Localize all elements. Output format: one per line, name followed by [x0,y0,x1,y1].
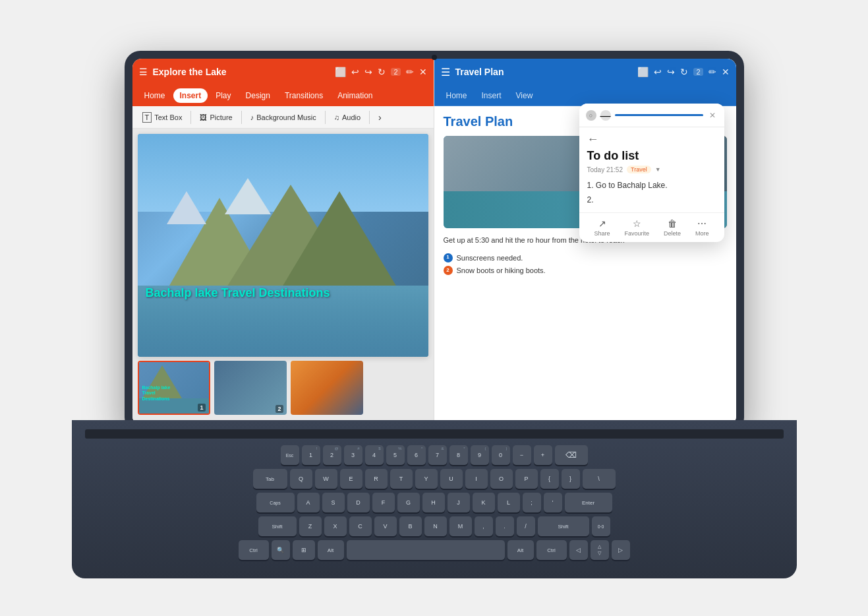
key-b[interactable]: B [399,516,422,536]
key-9[interactable]: 9( [471,445,489,465]
key-updown[interactable]: △ ▽ [591,540,609,560]
key-0[interactable]: 0) [492,445,510,465]
notes-undo-icon[interactable]: ↩ [654,67,662,77]
key-u[interactable]: U [440,469,463,489]
key-numpad[interactable]: 0·0 [592,516,610,536]
notes-menu-view[interactable]: View [509,88,540,103]
menu-design[interactable]: Design [239,88,277,103]
key-space[interactable] [347,540,505,560]
menu-insert[interactable]: Insert [173,88,208,103]
key-right[interactable]: ▷ [612,540,630,560]
todo-share[interactable]: ↗ Share [594,218,610,237]
key-2[interactable]: 2@ [323,445,341,465]
notes-pencil-icon[interactable]: ✏ [709,67,716,77]
key-shift-left[interactable]: Shift [258,516,297,536]
key-7[interactable]: 7& [428,445,447,465]
key-o[interactable]: O [490,469,513,489]
todo-close-x[interactable]: ✕ [707,110,718,121]
key-period[interactable]: . [496,516,514,536]
notes-rotate-icon[interactable]: ↻ [680,67,688,77]
notes-window-icon[interactable]: ⬜ [637,67,649,77]
key-z[interactable]: Z [299,516,322,536]
undo-icon[interactable]: ↩ [351,67,359,77]
key-n[interactable]: N [424,516,447,536]
key-x[interactable]: X [324,516,347,536]
key-minus[interactable]: − [513,445,531,465]
key-8[interactable]: 8* [449,445,468,465]
key-semicolon[interactable]: ; [523,493,541,512]
key-alt-right[interactable]: Alt [507,540,534,560]
todo-close-btn[interactable]: ○ [586,110,596,121]
notes-redo-icon[interactable]: ↪ [667,67,675,77]
todo-delete[interactable]: 🗑 Delete [664,218,681,237]
key-q[interactable]: Q [290,469,312,489]
key-c[interactable]: C [349,516,372,536]
thumbnail-3[interactable] [291,361,363,415]
rotate-icon[interactable]: ↻ [378,67,386,77]
notes-close-icon[interactable]: ✕ [722,67,730,77]
key-e[interactable]: E [340,469,362,489]
notes-hamburger-icon[interactable]: ☰ [441,66,450,78]
key-backslash[interactable]: \ [583,469,616,489]
todo-more[interactable]: ⋯ More [695,218,709,237]
main-slide[interactable]: Bachalp lake Travel Destinations [138,134,428,357]
close-icon[interactable]: ✕ [419,67,427,77]
key-tab[interactable]: Tab [253,469,287,489]
key-lbrace[interactable]: { [540,469,559,489]
key-enter[interactable]: Enter [565,493,612,512]
key-1[interactable]: 1! [302,445,320,465]
key-slash[interactable]: / [517,516,535,536]
key-backspace[interactable]: ⌫ [555,445,588,465]
bgmusic-button[interactable]: ♪ Background Music [246,111,321,123]
key-k[interactable]: K [473,493,495,512]
key-g[interactable]: G [397,493,420,512]
todo-favourite[interactable]: ☆ Favourite [624,218,649,237]
thumbnail-1[interactable]: Bachalp lakeTravelDestinations 1 [138,361,210,415]
picture-button[interactable]: 🖼 Picture [195,111,237,123]
todo-tag[interactable]: Travel [627,166,651,173]
key-v[interactable]: V [374,516,397,536]
key-quote[interactable]: ' [544,493,562,512]
todo-back-arrow[interactable]: ← [587,133,716,146]
key-alt-left[interactable]: Alt [318,540,344,560]
notes-menu-home[interactable]: Home [440,88,474,103]
notes-menu-insert[interactable]: Insert [475,88,508,103]
key-w[interactable]: W [315,469,337,489]
key-l[interactable]: L [498,493,520,512]
menu-transitions[interactable]: Transitions [278,88,330,103]
key-ctrl-left[interactable]: Ctrl [239,540,269,560]
pencil-icon[interactable]: ✏ [406,67,414,77]
key-t[interactable]: T [390,469,413,489]
key-search[interactable]: 🔍 [272,540,290,560]
key-d[interactable]: D [347,493,370,512]
key-f[interactable]: F [372,493,395,512]
key-s[interactable]: S [322,493,345,512]
key-rbrace[interactable]: } [562,469,580,489]
key-win[interactable]: ⊞ [293,540,315,560]
key-m[interactable]: M [449,516,472,536]
key-ctrl-right[interactable]: Ctrl [536,540,567,560]
audio-button[interactable]: ♫ Audio [330,111,365,123]
key-j[interactable]: J [448,493,470,512]
key-h[interactable]: H [422,493,445,512]
key-6[interactable]: 6^ [407,445,426,465]
key-plus[interactable]: + [534,445,552,465]
key-a[interactable]: A [297,493,320,512]
textbox-button[interactable]: T Text Box [138,110,187,125]
hamburger-icon[interactable]: ☰ [139,67,148,77]
key-5[interactable]: 5% [386,445,405,465]
thumbnail-2[interactable]: 2 [214,361,287,415]
key-left[interactable]: ◁ [569,540,588,560]
key-3[interactable]: 3# [344,445,362,465]
key-shift-right[interactable]: Shift [538,516,589,536]
key-caps[interactable]: Caps [256,493,295,512]
key-p[interactable]: P [515,469,538,489]
more-button[interactable]: › [374,110,386,125]
key-i[interactable]: I [465,469,488,489]
menu-home[interactable]: Home [138,88,172,103]
key-4[interactable]: 4$ [365,445,384,465]
key-esc[interactable]: Esc [281,445,299,465]
key-r[interactable]: R [365,469,388,489]
window-icon[interactable]: ⬜ [335,67,346,77]
menu-play[interactable]: Play [209,88,237,103]
